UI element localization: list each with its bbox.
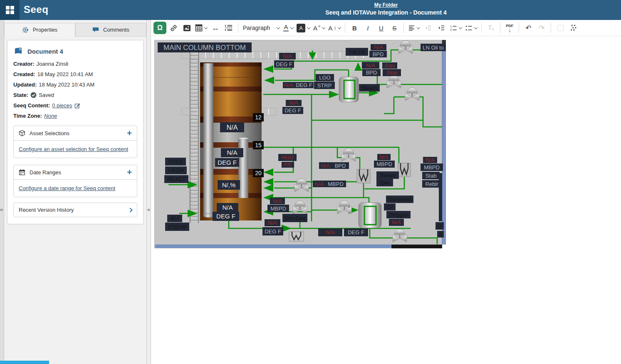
svg-text:MAIN COLUMN BOTTOM: MAIN COLUMN BOTTOM: [163, 44, 246, 52]
svg-text:1: 1: [450, 25, 452, 27]
dashed-square-icon: [557, 25, 564, 31]
collapse-chevron[interactable]: «: [147, 206, 150, 213]
svg-text:N/A: N/A: [426, 157, 435, 163]
indent-button[interactable]: [435, 22, 448, 34]
svg-text:P/D: P/D: [284, 162, 292, 167]
svg-text:20: 20: [255, 170, 262, 176]
line-height-button[interactable]: A ↕: [327, 22, 342, 34]
svg-text:N/A: N/A: [374, 44, 383, 50]
chevron-down-icon: [204, 25, 208, 29]
svg-text:Gen: Gen: [380, 180, 390, 186]
ordered-list-button[interactable]: 1 2: [448, 22, 463, 34]
state-value: Saved: [39, 92, 54, 98]
configure-date-range-link[interactable]: Configure a date range for Seeq content: [19, 185, 115, 191]
underline-button[interactable]: U: [375, 22, 387, 34]
undo-button[interactable]: ↶: [522, 22, 534, 34]
svg-text:N/A: N/A: [314, 181, 324, 187]
configure-asset-selection-link[interactable]: Configure an asset selection for Seeq co…: [19, 146, 128, 152]
svg-text:BPD: BPD: [335, 163, 346, 169]
background-color-button[interactable]: A: [295, 22, 311, 34]
svg-text:D: D: [438, 223, 441, 229]
embedded-hmi-image[interactable]: MAIN COLUMN BOTTOMN/ADEG FFat OilN/ABPDL…: [154, 40, 446, 250]
pdf-export-button[interactable]: PDF ↓: [503, 22, 516, 34]
svg-text:N/A: N/A: [284, 82, 293, 88]
italic-button[interactable]: I: [361, 22, 374, 34]
state-row: State: Saved: [13, 92, 137, 98]
grid-icon: [6, 6, 14, 14]
font-color-icon: A: [283, 24, 289, 32]
svg-text:BPD: BPD: [366, 69, 377, 76]
image-button[interactable]: [181, 22, 193, 34]
redo-button[interactable]: ↷: [535, 22, 548, 34]
paragraph-style-select[interactable]: Paragraph: [241, 25, 281, 31]
tab-properties[interactable]: Properties: [4, 23, 75, 37]
svg-text:N/A: N/A: [268, 220, 277, 226]
font-color-button[interactable]: A: [282, 22, 294, 34]
add-asset-selection-button[interactable]: +: [127, 130, 132, 136]
align-icon: [408, 25, 415, 31]
clear-formatting-button[interactable]: T x: [485, 22, 497, 34]
sidebar-tabs: Properties Comments: [4, 23, 146, 37]
bullet-list-button[interactable]: [464, 22, 478, 34]
dots-pattern-icon: [570, 24, 577, 32]
align-button[interactable]: [407, 22, 421, 34]
strikethrough-button[interactable]: S: [388, 22, 401, 34]
font-family-button[interactable]: A ≡: [312, 22, 326, 34]
left-collapse-rail[interactable]: »: [0, 20, 4, 364]
timezone-link[interactable]: None: [44, 113, 57, 119]
created-row: Created: 18 May 2022 10:41 AM: [13, 71, 137, 77]
decanted-oil-stripper-vessel: [359, 203, 381, 228]
svg-text:DEG F: DEG F: [216, 213, 235, 220]
insert-seeq-content-button[interactable]: Ω: [153, 22, 166, 34]
svg-text:Decanted: Decanted: [388, 196, 411, 203]
tab-comments[interactable]: Comments: [75, 23, 146, 37]
app-menu-button[interactable]: [0, 0, 20, 20]
svg-text:DEG F: DEG F: [285, 107, 301, 114]
background-pattern-button[interactable]: [567, 22, 580, 34]
svg-text:N/,%: N/,%: [222, 181, 236, 188]
link-button[interactable]: [167, 22, 180, 34]
comment-icon: [92, 27, 99, 33]
outdent-button[interactable]: [422, 22, 434, 34]
svg-text:Oil: Oil: [386, 204, 393, 210]
document-name: Document 4: [27, 48, 63, 55]
edit-icon[interactable]: [74, 103, 80, 109]
svg-text:FEED: FEED: [168, 158, 183, 165]
sidebar: Properties Comments Document 4 Creator:: [4, 20, 146, 364]
svg-text:STRP: STRP: [317, 82, 332, 89]
svg-text:DEG F: DEG F: [265, 228, 281, 235]
chevron-down-icon: [474, 25, 478, 29]
content-pieces-link[interactable]: 0 pieces: [52, 102, 72, 109]
svg-text:N/A: N/A: [326, 229, 335, 235]
add-date-range-button[interactable]: +: [127, 169, 132, 175]
svg-text:N/A: N/A: [366, 62, 375, 69]
date-ranges-header: Date Ranges +: [14, 165, 137, 180]
page-break-button[interactable]: [223, 22, 235, 34]
svg-text:Stm Gen: Stm Gen: [284, 215, 305, 221]
bottom-scrollbar-thumb[interactable]: [0, 361, 49, 364]
resize-full-width-button[interactable]: ↔: [209, 22, 222, 34]
creator-row: Creator: Joanna Zinsli: [13, 61, 137, 67]
updated-row: Updated: 18 May 2022 10:43 AM: [13, 82, 137, 88]
sidebar-divider[interactable]: «: [146, 20, 151, 364]
chevron-down-icon: [322, 25, 325, 29]
editor-toolbar: Ω: [151, 20, 621, 36]
tab-comments-label: Comments: [103, 27, 129, 33]
hmi-diagram: MAIN COLUMN BOTTOMN/ADEG FFat OilN/ABPDL…: [154, 40, 446, 248]
recent-version-history-button[interactable]: Recent Version History: [13, 203, 137, 217]
recent-version-history-label: Recent Version History: [19, 207, 74, 213]
fixed-width-view-button[interactable]: [554, 22, 567, 34]
svg-text:Steam: Steam: [361, 85, 377, 91]
svg-text:MBPD: MBPD: [424, 164, 440, 171]
svg-text:N/A: N/A: [273, 198, 282, 204]
svg-text:40#: 40#: [170, 215, 179, 222]
bold-button[interactable]: B: [348, 22, 361, 34]
breadcrumb-my-folder[interactable]: My Folder: [374, 2, 398, 8]
image-icon: [183, 25, 191, 32]
document-properties-card: Document 4 Creator: Joanna Zinsli Create…: [7, 40, 143, 224]
check-circle-icon: [30, 92, 37, 98]
created-value: 18 May 2022 10:41 AM: [37, 71, 93, 77]
expand-chevron[interactable]: »: [0, 206, 3, 213]
chevron-down-icon: [290, 25, 294, 29]
table-button[interactable]: [194, 22, 208, 34]
